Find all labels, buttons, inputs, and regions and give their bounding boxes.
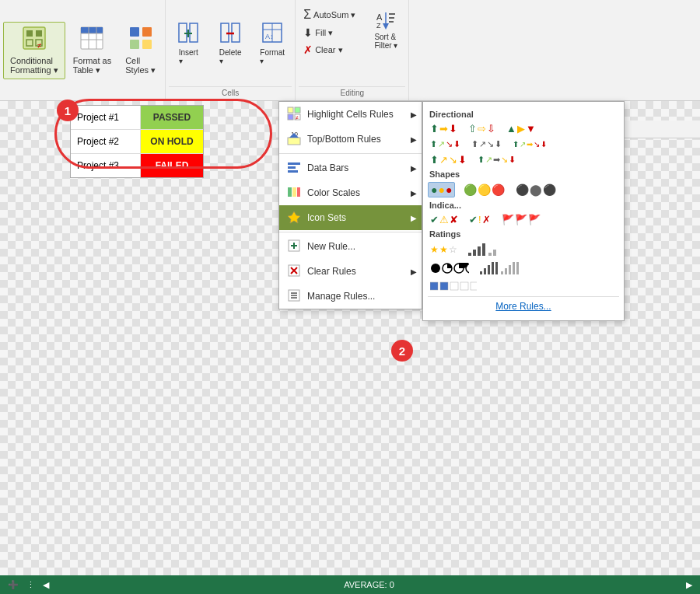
bars-5-icon <box>480 262 527 274</box>
insert-label: Insert▾ <box>179 48 198 65</box>
v4-5: ⬇ <box>509 155 516 164</box>
arrows3-v3[interactable]: ⬆ ↗ ↘ ⬇ <box>428 153 469 166</box>
svg-text:≠: ≠ <box>37 41 42 50</box>
flags-group[interactable]: 🚩 🚩 🚩 <box>499 213 543 226</box>
menu-item-colorscales[interactable]: Color Scales ▶ <box>279 180 422 205</box>
flag-red: 🚩 <box>528 215 541 225</box>
bars-4[interactable] <box>466 242 502 257</box>
format-button[interactable]: A↕ Format▾ <box>253 19 292 68</box>
scroll-left-button[interactable]: ◀ <box>43 580 49 590</box>
indicators-title: Indica... <box>429 201 618 210</box>
menu-item-databars[interactable]: Data Bars ▶ <box>279 155 422 180</box>
clearrules-arrow: ▶ <box>411 267 417 276</box>
menu-item-iconsets[interactable]: Icon Sets ▶ <box>279 205 422 230</box>
fill-button[interactable]: ⬇ Fill ▾ <box>299 25 360 40</box>
menu-item-topbottom[interactable]: 10 Top/Bottom Rules ▶ <box>279 127 422 152</box>
format-icon: A↕ <box>261 22 283 48</box>
tlr-red: 🔴 <box>492 184 505 195</box>
4arrows-gray[interactable]: ⬆ ↗ ↘ ⬇ <box>469 138 504 150</box>
f-up: ⬆ <box>513 141 519 148</box>
managerules-label: Manage Rules... <box>307 291 375 302</box>
bc-3: ⚫ <box>543 184 556 195</box>
flag-green: 🚩 <box>502 215 514 225</box>
svg-marker-30 <box>383 23 389 30</box>
tab-menu-button[interactable]: ⋮ <box>26 580 35 590</box>
shapes-row-1: ● ● ● 🟢 🟡 🔴 ⚫ ⬤ ⚫ <box>428 182 619 197</box>
indicators-1[interactable]: ✔ ⚠ ✘ <box>428 213 460 226</box>
project-3-status: FAILED <box>141 154 203 177</box>
sort-filter-label: Sort &Filter ▾ <box>374 33 397 50</box>
tl-yellow: ● <box>438 184 444 195</box>
conditional-formatting-button[interactable]: ≠ ConditionalFormatting ▾ <box>3 22 65 79</box>
menu-item-highlight[interactable]: ≠ Highlight Cells Rules ▶ <box>279 102 422 127</box>
indicators-2[interactable]: ✔ ! ✗ <box>467 213 493 226</box>
3arrows-colored[interactable]: ⬆ ➡ ⬇ <box>428 122 460 135</box>
boxes-group[interactable] <box>428 279 479 293</box>
insert-icon <box>177 22 199 48</box>
boxes-icon <box>430 281 477 292</box>
5arrows[interactable]: ⬆ ↗ ➡ ↘ ⬇ <box>510 139 549 150</box>
v3-mid: ↗ <box>439 155 448 165</box>
svg-rect-61 <box>473 250 476 256</box>
arrow-down-r2: ⇩ <box>487 124 495 134</box>
cell-styles-button[interactable]: CellStyles ▾ <box>119 23 162 79</box>
svg-point-66 <box>431 264 440 273</box>
svg-rect-45 <box>288 187 292 197</box>
svg-rect-39 <box>288 138 300 145</box>
table-row: Project #2 ON HOLD <box>71 130 203 154</box>
insert-button[interactable]: Insert▾ <box>169 19 208 68</box>
svg-rect-83 <box>460 282 468 290</box>
stars-group[interactable]: ★ ★ ☆ <box>428 243 460 256</box>
svg-rect-71 <box>484 268 486 274</box>
ind-x: ✘ <box>450 215 458 225</box>
ind2-check: ✔ <box>469 215 478 225</box>
indicators-row: ✔ ⚠ ✘ ✔ ! ✗ 🚩 🚩 🚩 <box>428 213 619 226</box>
menu-item-newrule[interactable]: New Rule... <box>279 234 422 259</box>
pie-group[interactable] <box>428 261 471 275</box>
more-rules-link[interactable]: More Rules... <box>428 296 619 316</box>
black-circles[interactable]: ⚫ ⬤ ⚫ <box>513 183 558 197</box>
svg-rect-36 <box>288 114 293 120</box>
cf-button-label: ConditionalFormatting ▾ <box>10 56 58 75</box>
svg-rect-81 <box>440 282 448 290</box>
tab-add-button[interactable]: ➕ <box>8 580 19 590</box>
directional-row-2: ⬆ ↗ ↘ ⬇ ⬆ ↗ ↘ ⬇ ⬆ ↗ ➡ ↘ ⬇ <box>428 138 619 150</box>
sort-filter-button[interactable]: A Z Sort &Filter ▾ <box>366 6 405 53</box>
autosum-button[interactable]: Σ AutoSum ▾ <box>299 6 360 23</box>
highlight-icon: ≠ <box>287 107 303 122</box>
menu-item-managerules[interactable]: Manage Rules... <box>279 284 422 309</box>
svg-rect-7 <box>81 27 103 33</box>
directional-title: Directional <box>429 110 618 119</box>
ind2-cross: ✗ <box>482 215 491 225</box>
arrows4-v4[interactable]: ⬆ ↗ ➡ ↘ ⬇ <box>475 154 518 166</box>
svg-rect-79 <box>516 262 519 274</box>
ratings-row-3 <box>428 279 619 293</box>
clear-label: Clear ▾ <box>315 45 342 55</box>
managerules-icon <box>287 288 303 304</box>
menu-item-clearrules[interactable]: Clear Rules ▶ <box>279 259 422 284</box>
4arrows-colored[interactable]: ⬆ ↗ ↘ ⬇ <box>428 138 463 150</box>
v4-3: ➡ <box>493 155 500 164</box>
3traffic-lights-unrimmed[interactable]: ● ● ● <box>428 182 455 197</box>
cf-dropdown: ≠ Highlight Cells Rules ▶ 10 Top/Bottom … <box>278 101 422 309</box>
arrow-right-yellow: ➡ <box>439 124 448 134</box>
delete-button[interactable]: Delete▾ <box>211 19 250 68</box>
ind-check: ✔ <box>430 215 439 225</box>
format-as-table-button[interactable]: Format asTable ▾ <box>67 23 118 79</box>
conditional-formatting-icon: ≠ <box>22 26 47 56</box>
clear-button[interactable]: ✗ Clear ▾ <box>299 42 360 58</box>
svg-rect-72 <box>488 265 490 274</box>
bars-5[interactable] <box>478 260 529 276</box>
ratings-row-2 <box>428 260 619 276</box>
3traffic-lights-rimmed[interactable]: 🟢 🟡 🔴 <box>461 183 507 197</box>
3arrows-outlined[interactable]: ⇧ ⇨ ⇩ <box>466 122 498 135</box>
colorscales-icon <box>287 185 303 201</box>
iconsets-label: Icon Sets <box>307 212 346 223</box>
3triangles[interactable]: ▲ ▶ ▼ <box>504 122 538 135</box>
svg-rect-64 <box>488 253 492 256</box>
delete-label: Delete▾ <box>219 48 242 65</box>
scroll-right-button[interactable]: ▶ <box>686 580 692 590</box>
clearrules-icon <box>287 264 303 279</box>
highlight-label: Highlight Cells Rules <box>307 109 394 120</box>
format-as-table-icon <box>79 26 104 56</box>
